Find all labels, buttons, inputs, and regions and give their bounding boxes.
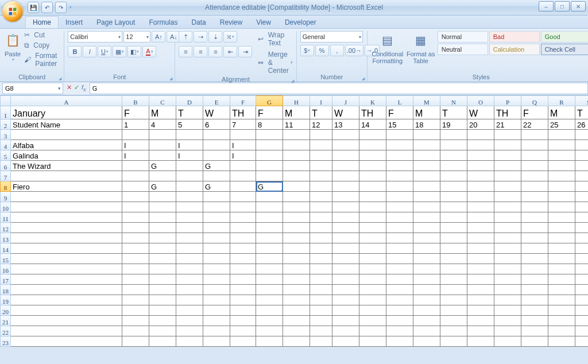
row-header-9[interactable]: 9 <box>1 192 11 202</box>
cell-O8[interactable] <box>467 181 494 192</box>
cell-L16[interactable] <box>386 264 413 274</box>
tab-page-layout[interactable]: Page Layout <box>90 17 142 28</box>
cell-R1[interactable]: M <box>548 106 575 119</box>
cell-A20[interactable] <box>11 305 122 316</box>
cell-K15[interactable] <box>359 254 386 264</box>
column-header-N[interactable]: N <box>440 96 467 106</box>
cell-N5[interactable] <box>440 150 467 161</box>
cell-P5[interactable] <box>494 150 521 161</box>
cell-H6[interactable] <box>283 161 310 171</box>
cell-R15[interactable] <box>548 254 575 264</box>
cell-G20[interactable] <box>256 305 283 316</box>
cell-J16[interactable] <box>332 264 359 274</box>
cell-B17[interactable] <box>122 274 149 285</box>
cell-Q8[interactable] <box>521 181 548 192</box>
cell-P7[interactable] <box>494 171 521 181</box>
cell-G15[interactable] <box>256 254 283 264</box>
underline-button[interactable]: U▾ <box>98 46 111 57</box>
cell-B20[interactable] <box>122 305 149 316</box>
cell-I15[interactable] <box>310 254 332 264</box>
cell-H8[interactable] <box>283 181 310 192</box>
cell-G16[interactable] <box>256 264 283 274</box>
cell-B13[interactable] <box>122 233 149 243</box>
cell-O5[interactable] <box>467 150 494 161</box>
cell-G21[interactable] <box>256 316 283 326</box>
cell-B23[interactable] <box>122 336 149 347</box>
cell-M13[interactable] <box>413 233 440 243</box>
column-header-K[interactable]: K <box>359 96 386 106</box>
cell-G23[interactable] <box>256 336 283 347</box>
column-header-E[interactable]: E <box>203 96 230 106</box>
cell-P3[interactable] <box>494 130 521 140</box>
formula-input[interactable]: G <box>90 83 588 94</box>
cell-Q22[interactable] <box>521 326 548 336</box>
qat-save-icon[interactable]: 💾 <box>28 2 39 13</box>
cell-A18[interactable] <box>11 285 122 295</box>
cell-C12[interactable] <box>149 223 176 233</box>
cell-L6[interactable] <box>386 161 413 171</box>
cell-D23[interactable] <box>176 336 203 347</box>
cell-A17[interactable] <box>11 274 122 285</box>
cell-N13[interactable] <box>440 233 467 243</box>
cell-C3[interactable] <box>149 130 176 140</box>
cell-C22[interactable] <box>149 326 176 336</box>
cell-O21[interactable] <box>467 316 494 326</box>
cell-R13[interactable] <box>548 233 575 243</box>
cell-H18[interactable] <box>283 285 310 295</box>
cell-F22[interactable] <box>230 326 256 336</box>
cell-H17[interactable] <box>283 274 310 285</box>
cell-D18[interactable] <box>176 285 203 295</box>
cell-G22[interactable] <box>256 326 283 336</box>
cell-J2[interactable]: 13 <box>332 119 359 130</box>
cell-N15[interactable] <box>440 254 467 264</box>
cell-S8[interactable] <box>575 181 589 192</box>
cell-Q2[interactable]: 22 <box>521 119 548 130</box>
cell-J3[interactable] <box>332 130 359 140</box>
cell-E3[interactable] <box>203 130 230 140</box>
cell-C16[interactable] <box>149 264 176 274</box>
cell-N2[interactable]: 19 <box>440 119 467 130</box>
row-header-10[interactable]: 10 <box>1 202 11 212</box>
row-header-14[interactable]: 14 <box>1 243 11 254</box>
cell-J23[interactable] <box>332 336 359 347</box>
cell-B5[interactable]: I <box>122 150 149 161</box>
cell-B14[interactable] <box>122 243 149 254</box>
cell-G3[interactable] <box>256 130 283 140</box>
cell-C1[interactable]: M <box>149 106 176 119</box>
cell-L15[interactable] <box>386 254 413 264</box>
cell-H22[interactable] <box>283 326 310 336</box>
cell-M16[interactable] <box>413 264 440 274</box>
cell-A8[interactable]: Fiero <box>11 181 122 192</box>
window-maximize-button[interactable]: □ <box>555 1 570 11</box>
cell-K19[interactable] <box>359 295 386 305</box>
cell-A3[interactable] <box>11 130 122 140</box>
cell-E23[interactable] <box>203 336 230 347</box>
tab-formulas[interactable]: Formulas <box>142 17 184 28</box>
cell-H14[interactable] <box>283 243 310 254</box>
cell-O18[interactable] <box>467 285 494 295</box>
qat-undo-icon[interactable]: ↶ <box>41 2 53 13</box>
row-header-17[interactable]: 17 <box>1 274 11 285</box>
cell-N8[interactable] <box>440 181 467 192</box>
cell-S10[interactable] <box>575 202 589 212</box>
cell-L14[interactable] <box>386 243 413 254</box>
cell-D17[interactable] <box>176 274 203 285</box>
cell-P2[interactable]: 21 <box>494 119 521 130</box>
cell-O4[interactable] <box>467 140 494 150</box>
cell-B12[interactable] <box>122 223 149 233</box>
cell-B3[interactable] <box>122 130 149 140</box>
cell-L5[interactable] <box>386 150 413 161</box>
cell-Q5[interactable] <box>521 150 548 161</box>
cell-H10[interactable] <box>283 202 310 212</box>
cell-M5[interactable] <box>413 150 440 161</box>
cell-A1[interactable]: January <box>11 106 122 119</box>
cell-E12[interactable] <box>203 223 230 233</box>
cell-I6[interactable] <box>310 161 332 171</box>
cell-S3[interactable] <box>575 130 589 140</box>
cell-J19[interactable] <box>332 295 359 305</box>
cell-A13[interactable] <box>11 233 122 243</box>
cell-S21[interactable] <box>575 316 589 326</box>
cell-H15[interactable] <box>283 254 310 264</box>
cell-H23[interactable] <box>283 336 310 347</box>
cell-B9[interactable] <box>122 192 149 202</box>
